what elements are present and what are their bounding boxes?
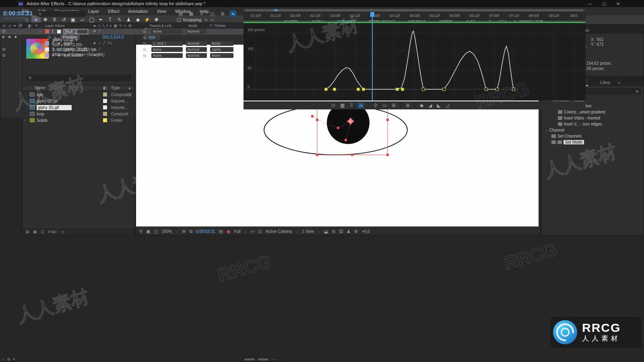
project-row[interactable]: loopComposit — [23, 111, 134, 117]
ease-out-icon[interactable]: ◣ — [437, 103, 441, 108]
trkmat-select[interactable]: None⌄ — [210, 41, 233, 46]
layer-switches[interactable]: ♣ ╱ — [93, 47, 101, 51]
exposure-gear-icon[interactable]: ⚙ — [354, 229, 358, 234]
magnify-icon[interactable]: ⚲ — [139, 229, 142, 234]
region-of-interest-icon[interactable]: ⧉ — [189, 229, 192, 234]
project-item-name[interactable]: eye — [37, 93, 43, 97]
ease-in-icon[interactable]: ◢ — [428, 103, 432, 108]
project-item-name[interactable]: giphy (2).gif — [37, 99, 58, 103]
parent-link-header[interactable]: Parent & Link — [150, 24, 171, 28]
layer-row[interactable]: ⊙›3▤[giphy (2).gif]♣ ╱◎None⌄Normal⌄Alpha… — [0, 47, 244, 53]
project-row[interactable]: ›SolidsFolder — [23, 117, 134, 123]
frame-blend-icon[interactable]: # — [198, 10, 205, 17]
comp-flowchart-icon[interactable]: ⚄ — [339, 229, 343, 234]
work-area-bar[interactable] — [244, 9, 586, 12]
twirl-icon[interactable]: ⌄ — [545, 128, 548, 132]
snapshot-icon[interactable]: ▤ — [219, 229, 223, 234]
interpret-footage-icon[interactable]: ▤ — [26, 230, 29, 234]
layer-twirl-icon[interactable]: ⌄ — [39, 29, 42, 33]
layer-switches[interactable]: ♣ ○ ╱ fx — [93, 41, 112, 45]
layer-label-swatch[interactable] — [45, 41, 49, 45]
edit-value-icon[interactable]: ≣ — [406, 103, 410, 108]
timeline-zoom-scrollbar[interactable] — [244, 358, 255, 360]
mode-select[interactable]: Normal⌄ — [186, 47, 207, 52]
graph-options-icon[interactable]: ⠿ — [349, 103, 353, 108]
property-name[interactable]: Position — [60, 35, 80, 39]
label-swatch[interactable] — [103, 93, 107, 97]
exposure-offset[interactable]: +0,0 — [362, 229, 370, 234]
layer-label-swatch[interactable] — [45, 29, 49, 33]
work-area-marker[interactable] — [274, 9, 278, 11]
comp-settings-icon[interactable]: ▦ — [188, 10, 195, 17]
resolution-icon[interactable]: ▭ — [250, 229, 254, 234]
layer-twirl-icon[interactable]: › — [39, 53, 40, 57]
project-columns-header[interactable]: Name ◧ Type ▲ — [23, 85, 134, 91]
position-property-row[interactable]: ◀ ◆ ▶◷∿Position563,5,524,5◎ — [0, 35, 244, 41]
fit-all-icon[interactable]: ⊞ — [392, 103, 396, 108]
layer-twirl-icon[interactable]: › — [39, 41, 40, 45]
mode-header[interactable]: Mode — [188, 24, 198, 28]
project-row[interactable]: eyeComposit⚄ — [23, 91, 134, 98]
delete-icon[interactable]: ▭ — [61, 230, 65, 234]
timeline-zoom-scrollbar-handle[interactable] — [258, 358, 268, 360]
graph-editor[interactable]: 150 px/sec100500 — [244, 23, 586, 101]
tab-libraries[interactable]: Libra — [596, 79, 614, 86]
expander-icon[interactable]: › — [24, 118, 25, 122]
layer-name[interactable]: [Null 1] — [64, 29, 88, 34]
project-row[interactable]: giphy (5).gifImporte... — [23, 104, 134, 111]
label-swatch[interactable] — [103, 118, 107, 122]
zoom-slider-icon[interactable]: ⌄ — [279, 357, 282, 361]
fast-previews-icon[interactable]: ⊡ — [258, 229, 262, 234]
comp-mini-flowchart-icon[interactable]: ▤ — [177, 10, 184, 17]
menu-animation[interactable]: Animation — [128, 9, 148, 14]
fit-selection-icon[interactable]: ▭ — [382, 103, 387, 108]
mode-select[interactable]: Normal⌄ — [186, 29, 207, 34]
layer-row[interactable]: ›2★pupil♣ ○ ╱ fx◎1. Null 1⌄Normal⌄None⌄ — [0, 41, 244, 47]
channels-select[interactable]: Full — [234, 229, 241, 234]
clear-search-icon[interactable]: ✕ — [636, 89, 639, 94]
project-item-name[interactable]: giphy (5).gif — [37, 105, 72, 110]
label-swatch[interactable] — [103, 99, 107, 103]
visibility-eye-icon[interactable]: ⊙ — [2, 29, 5, 33]
visibility-eye-icon[interactable]: ⊙ — [2, 47, 5, 51]
stopwatch-icon[interactable]: ◷ — [47, 35, 51, 39]
pixel-aspect-icon[interactable]: ⬓ — [324, 229, 328, 234]
layer-name[interactable]: eye border — [64, 53, 83, 58]
timeline-current-time[interactable]: 0:00:03:21 — [3, 10, 33, 16]
effects-tree-item[interactable]: Set Channels — [542, 133, 644, 139]
layer-row[interactable]: ⊙›4★eye border♣ ○ ╱◎None⌄Normal⌄None⌄ — [0, 53, 244, 59]
parent-select[interactable]: None⌄ — [151, 29, 183, 34]
new-comp-icon[interactable]: ◫ — [41, 230, 44, 234]
grid-options-icon[interactable]: ⊞ — [182, 229, 186, 234]
project-item-name[interactable]: loop — [37, 112, 44, 116]
timeline-button-icon[interactable]: ⊟ — [332, 229, 335, 234]
time-ruler[interactable]: 01:00f01:12f02:00f02:12f03:00f03:12f04:0… — [244, 12, 586, 20]
label-swatch[interactable] — [103, 105, 107, 109]
channels-icon[interactable]: ◉ — [227, 229, 231, 234]
mode-select[interactable]: Normal⌄ — [186, 41, 207, 46]
parent-pickwhip-icon[interactable]: ◎ — [143, 29, 147, 33]
trkmat-select[interactable]: Alpha⌄ — [210, 47, 233, 52]
layer-label-swatch[interactable] — [45, 47, 49, 51]
parent-select[interactable]: None⌄ — [151, 47, 183, 52]
project-item-name[interactable]: Solids — [37, 118, 47, 123]
menu-view[interactable]: View — [157, 9, 166, 14]
layer-switches[interactable]: ♣ ╱ — [93, 29, 101, 33]
keyframe-navigator[interactable]: ◀ ◆ ▶ — [2, 35, 19, 39]
playhead[interactable] — [372, 12, 373, 101]
layer-switches[interactable]: ♣ ○ ╱ — [93, 53, 106, 57]
minimize-button[interactable]: — — [588, 2, 592, 6]
reset-exposure-icon[interactable]: ♟ — [347, 229, 351, 234]
layer-label-swatch[interactable] — [45, 53, 49, 58]
parent-select[interactable]: None⌄ — [151, 53, 183, 58]
motion-blur-icon[interactable]: ◫ — [208, 10, 216, 17]
layer-row[interactable]: ⊙⌄1[Null 1]♣ ╱◎None⌄Normal⌄ — [0, 29, 244, 35]
panel-overflow-icon[interactable]: » — [614, 79, 624, 86]
camera-select[interactable]: Active Camera — [266, 229, 292, 234]
layer-twirl-icon[interactable]: › — [39, 47, 40, 51]
brainstorm-icon[interactable]: ⊞ — [219, 10, 226, 17]
show-properties-icon[interactable]: ▦ — [340, 103, 345, 108]
effects-tree-item[interactable]: Inset V... - torn edges — [542, 121, 644, 127]
graph-type-icon[interactable]: ⊙ — [331, 103, 335, 108]
project-row[interactable]: giphy (2).gifImporte... — [23, 98, 134, 104]
